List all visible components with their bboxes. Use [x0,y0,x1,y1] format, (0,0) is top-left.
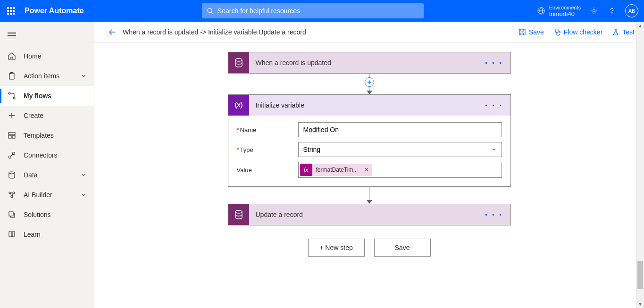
step-menu-button[interactable]: · · · [482,58,506,68]
scroll-track[interactable] [636,30,644,300]
save-action[interactable]: Save [519,28,544,36]
chevron-down-icon [491,147,497,152]
svg-point-19 [9,192,11,194]
sidebar-item-label: Learn [24,231,41,238]
search-container [202,3,424,18]
expression-token[interactable]: fx formatDateTim... ✕ [300,164,372,176]
globe-icon [537,7,545,15]
sidebar-item-label: Action items [24,72,59,80]
form-row-name: *Name [237,122,502,137]
fx-icon: fx [300,164,312,176]
database-icon [8,171,16,179]
main-area: When a record is updated -> Initialize v… [94,22,644,308]
test-action[interactable]: Test [612,28,635,36]
cds-icon [228,204,249,225]
flow-checker-label: Flow checker [564,28,602,36]
layers-icon [8,210,16,219]
step-body: *Name *Type String Value [228,116,510,186]
sidebar-item-label: Data [24,171,38,179]
step-title: Update a record [249,211,482,218]
step-header[interactable]: When a record is updated · · · [228,52,510,73]
ai-icon [8,191,16,199]
sidebar-item-label: Templates [24,132,54,139]
plus-icon [8,111,16,120]
value-input[interactable]: fx formatDateTim... ✕ [298,162,502,178]
chevron-down-icon [81,73,86,79]
app-launcher-button[interactable] [0,0,22,22]
vertical-scrollbar[interactable]: ▲ ▼ [636,22,644,308]
step-menu-button[interactable]: · · · [482,209,506,220]
sidebar-item-connectors[interactable]: Connectors [0,145,94,165]
top-right-controls: Environments trimurti40 AB [537,0,644,22]
save-icon [519,28,526,36]
sidebar-item-action-items[interactable]: Action items [0,66,94,86]
sidebar-item-label: Home [24,52,41,60]
breadcrumb: When a record is updated -> Initialize v… [123,28,306,36]
form-row-type: *Type String [237,142,502,157]
user-avatar[interactable]: AB [625,4,638,17]
svg-rect-15 [12,135,15,138]
canvas[interactable]: When a record is updated · · · + [94,42,644,308]
step-menu-button[interactable]: · · · [482,100,506,111]
sidebar-item-label: Connectors [24,151,58,159]
svg-point-25 [559,31,560,33]
svg-point-0 [208,8,212,12]
sidebar-item-data[interactable]: Data [0,165,94,185]
home-icon [8,52,16,60]
step-header[interactable]: Update a record · · · [228,204,510,225]
connector [367,187,372,204]
sidebar-item-solutions[interactable]: Solutions [0,205,94,225]
sidebar-item-my-flows[interactable]: My flows [0,86,94,106]
sidebar-item-label: Create [24,112,43,119]
new-step-button[interactable]: + New step [308,239,365,257]
help-button[interactable] [607,6,617,16]
scroll-thumb[interactable] [637,261,643,289]
sidebar-item-learn[interactable]: Learn [0,225,94,244]
sidebar: Home Action items My flows Create [0,22,94,308]
svg-rect-24 [519,29,525,35]
sidebar-item-create[interactable]: Create [0,106,94,125]
svg-rect-14 [8,135,11,138]
svg-point-27 [235,210,242,213]
flow-icon [8,92,16,100]
cds-icon [228,52,249,73]
sidebar-item-ai-builder[interactable]: AI Builder [0,185,94,205]
settings-button[interactable] [589,6,599,16]
svg-point-21 [11,196,13,198]
field-label: *Type [237,146,298,153]
sidebar-item-label: Solutions [24,211,51,218]
svg-point-10 [13,97,15,99]
templates-icon [8,131,16,140]
field-label: Value [237,166,298,174]
svg-point-18 [9,172,15,174]
env-name: trimurti40 [549,11,581,17]
token-remove-button[interactable]: ✕ [361,166,372,173]
sidebar-item-templates[interactable]: Templates [0,125,94,145]
token-text: formatDateTim... [312,166,362,173]
test-label: Test [622,28,635,36]
svg-point-20 [13,192,15,194]
scroll-up-button[interactable]: ▲ [636,22,644,30]
svg-point-5 [593,10,595,12]
toolbar-actions: Save Flow checker Test [519,28,635,36]
name-input[interactable] [298,122,502,137]
sidebar-collapse-button[interactable] [0,25,94,46]
step-header[interactable]: Initialize variable · · · [228,95,510,116]
save-button[interactable]: Save [374,239,431,257]
flow-checker-action[interactable]: Flow checker [553,28,602,36]
top-header: Power Automate Environments trimurti40 A… [0,0,644,22]
body: Home Action items My flows Create [0,22,644,308]
svg-line-1 [211,12,213,14]
bottom-button-row: + New step Save [308,239,431,257]
type-select[interactable]: String [298,142,502,157]
sidebar-item-home[interactable]: Home [0,46,94,66]
add-step-button[interactable]: + [365,77,374,87]
scroll-down-button[interactable]: ▼ [636,300,644,308]
svg-point-16 [9,156,11,158]
environment-picker[interactable]: Environments trimurti40 [537,4,581,17]
search-input[interactable] [217,7,419,15]
connector: + [367,74,372,94]
search-box[interactable] [202,3,424,18]
back-button[interactable] [106,25,119,39]
clipboard-icon [8,72,16,80]
